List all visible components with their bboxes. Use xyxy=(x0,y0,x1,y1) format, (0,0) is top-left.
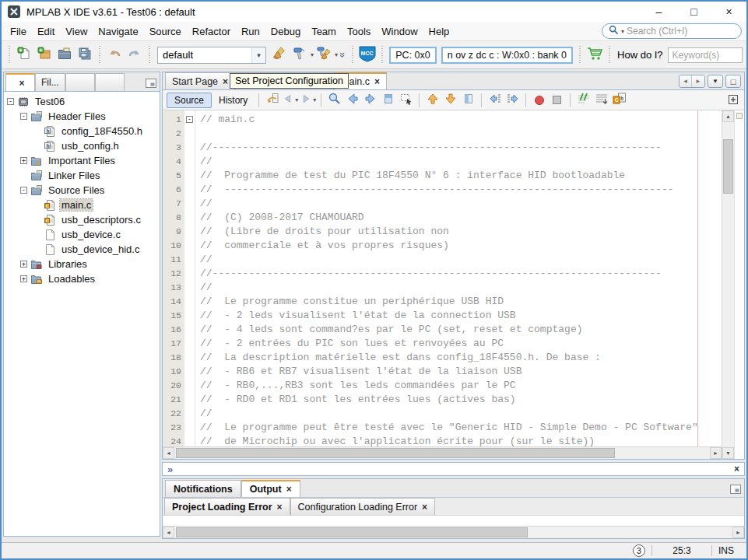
editor-horizontal-scrollbar[interactable]: ◄ ► xyxy=(163,446,722,459)
minimize-panel-icon[interactable] xyxy=(146,79,156,88)
expander-icon[interactable]: + xyxy=(20,261,27,268)
tree-item[interactable]: C main.c xyxy=(4,198,160,212)
microchip-store-button[interactable] xyxy=(585,45,605,65)
find-selection-button[interactable] xyxy=(325,92,343,109)
menu-item[interactable]: Window xyxy=(376,23,423,40)
panel-tab[interactable]: Fil... × xyxy=(35,73,65,91)
code-area[interactable]: // main.c//-----------------------------… xyxy=(195,110,722,446)
tree-item[interactable]: + 01 Loadables xyxy=(4,271,160,286)
search-input[interactable] xyxy=(627,26,735,37)
minimize-button[interactable]: – xyxy=(641,2,676,22)
scroll-left-icon[interactable]: ◄ xyxy=(163,447,174,459)
scroll-up-icon[interactable]: ▲ xyxy=(722,110,734,122)
fold-collapse-icon[interactable]: - xyxy=(186,116,193,123)
output-tab[interactable]: Notifications × xyxy=(165,480,241,497)
back-dropdown-icon[interactable]: ▾ xyxy=(295,96,298,103)
close-icon[interactable]: × xyxy=(223,78,228,86)
source-view-button[interactable]: Source xyxy=(167,93,212,108)
next-occurrence-button[interactable] xyxy=(441,92,459,109)
scroll-tabs-left-icon[interactable]: ◄ xyxy=(680,75,692,87)
forward-button[interactable]: ▾ xyxy=(299,92,317,109)
scroll-tabs-right-icon[interactable]: ► xyxy=(692,75,704,87)
tab-list-dropdown-icon[interactable]: ▼ xyxy=(708,75,723,88)
menu-item[interactable]: Team xyxy=(306,23,342,40)
menu-item[interactable]: Edit xyxy=(32,23,60,40)
new-file-button[interactable] xyxy=(14,45,34,65)
redo-button[interactable] xyxy=(125,45,145,65)
mcc-button[interactable]: MCC xyxy=(357,45,378,65)
next-bookmark-button[interactable] xyxy=(361,92,379,109)
comment-button[interactable] xyxy=(574,92,592,109)
expander-icon[interactable]: - xyxy=(20,187,27,194)
close-icon[interactable]: × xyxy=(19,79,24,87)
close-icon[interactable]: × xyxy=(734,464,739,474)
previous-bookmark-button[interactable] xyxy=(343,92,361,109)
close-icon[interactable]: × xyxy=(286,485,292,493)
output-tab[interactable]: Output × xyxy=(241,480,300,497)
maximize-button[interactable]: □ xyxy=(676,2,711,22)
toggle-bookmark-button[interactable] xyxy=(379,92,397,109)
menu-item[interactable]: Source xyxy=(144,23,187,40)
tree-item[interactable]: h usb_config.h xyxy=(4,138,160,153)
history-view-button[interactable]: History xyxy=(212,93,255,108)
close-icon[interactable]: × xyxy=(277,503,283,511)
scroll-right-icon[interactable]: ► xyxy=(732,527,744,538)
output-inner-tab[interactable]: Configuration Loading Error × xyxy=(290,498,436,515)
global-search[interactable]: ▾ xyxy=(602,23,742,39)
expand-icon[interactable] xyxy=(727,93,739,109)
menu-item[interactable]: Help xyxy=(423,23,455,40)
open-project-button[interactable] xyxy=(54,45,75,65)
tree-item[interactable]: + Important Files xyxy=(4,153,160,168)
menu-item[interactable]: Navigate xyxy=(93,23,143,40)
back-button[interactable]: ▾ xyxy=(281,92,299,109)
combo-dropdown-icon[interactable]: ▾ xyxy=(251,47,265,63)
scroll-left-icon[interactable]: ◄ xyxy=(163,527,174,538)
menu-item[interactable]: Debug xyxy=(265,23,306,40)
search-dropdown-icon[interactable]: ▾ xyxy=(621,28,624,35)
start-macro-recording-button[interactable] xyxy=(530,92,548,109)
scrollbar-thumb[interactable] xyxy=(176,527,528,537)
panel-tab[interactable]: × xyxy=(5,73,35,91)
panel-tab[interactable]: × xyxy=(95,73,125,91)
clean-button[interactable] xyxy=(269,45,290,65)
notifications-badge[interactable]: 3 xyxy=(633,544,645,557)
toolbar-overflow-icon[interactable]: » xyxy=(337,52,349,58)
tree-item[interactable]: usb_device_hid.c xyxy=(4,242,160,257)
tree-item[interactable]: + Libraries xyxy=(4,257,160,271)
uncomment-button[interactable] xyxy=(592,92,610,109)
tree-item[interactable]: - Source Files xyxy=(4,183,160,198)
editor-tab[interactable]: Start Page × xyxy=(165,72,235,89)
tree-item[interactable]: usb_device.c xyxy=(4,227,160,242)
previous-occurrence-button[interactable] xyxy=(423,92,441,109)
menu-item[interactable]: Tools xyxy=(342,23,376,40)
close-icon[interactable]: × xyxy=(374,78,380,86)
new-project-button[interactable] xyxy=(34,45,54,65)
expander-icon[interactable]: - xyxy=(7,98,14,105)
menu-item[interactable]: File xyxy=(5,23,32,40)
maximize-editor-icon[interactable]: □ xyxy=(725,75,741,88)
scroll-right-icon[interactable]: ► xyxy=(710,447,722,459)
stop-macro-recording-button[interactable] xyxy=(548,92,566,109)
tab-scroll-buttons[interactable]: ◄► xyxy=(679,75,705,88)
tree-item[interactable]: C usb_descriptors.c xyxy=(4,212,160,227)
scrollbar-thumb[interactable] xyxy=(176,448,615,458)
minimize-panel-icon[interactable] xyxy=(730,485,741,494)
save-all-button[interactable] xyxy=(75,45,95,65)
toggle-highlight-button[interactable] xyxy=(459,92,477,109)
forward-dropdown-icon[interactable]: ▾ xyxy=(313,96,316,103)
build-button[interactable] xyxy=(290,45,310,65)
menu-item[interactable]: Refactor xyxy=(187,23,236,40)
shift-line-right-button[interactable] xyxy=(504,92,521,109)
go-to-header-button[interactable]: hC xyxy=(610,92,628,109)
last-edit-position-button[interactable] xyxy=(263,92,281,109)
scrollbar-thumb[interactable] xyxy=(723,139,733,194)
tree-item[interactable]: - Test06 xyxy=(4,94,160,109)
shift-line-left-button[interactable] xyxy=(486,92,504,109)
close-button[interactable]: × xyxy=(711,2,746,22)
clean-build-button[interactable] xyxy=(314,45,334,65)
tree-item[interactable]: - Header Files xyxy=(4,109,160,124)
tree-item[interactable]: Linker Files xyxy=(4,168,160,183)
tree-item[interactable]: h config_18F4550.h xyxy=(4,124,160,138)
undo-button[interactable] xyxy=(104,45,125,65)
rectangular-selection-button[interactable] xyxy=(397,92,415,109)
